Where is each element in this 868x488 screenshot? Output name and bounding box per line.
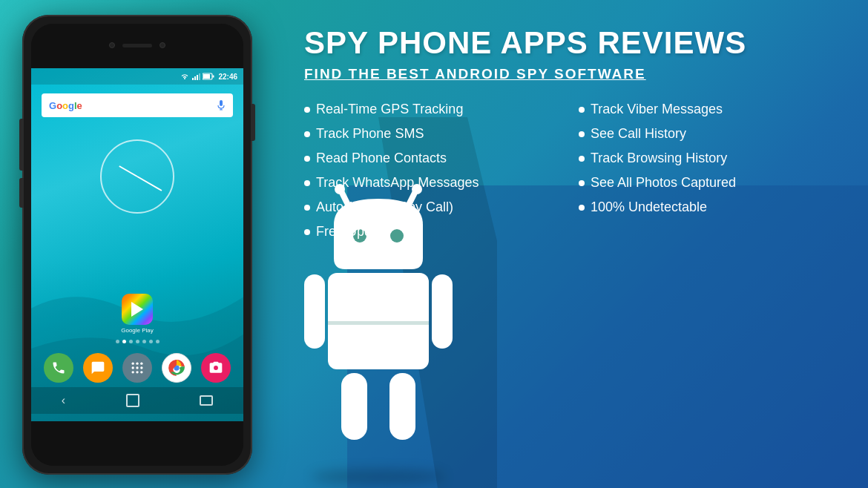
feature-call-history-text: See Call History [591, 126, 686, 142]
page-dot [142, 340, 146, 343]
wifi-icon [180, 73, 189, 80]
svg-point-18 [136, 371, 138, 373]
bullet-icon [304, 205, 310, 211]
feature-call-history: See Call History [579, 122, 838, 146]
apps-icon[interactable] [122, 353, 152, 383]
page-dot [149, 340, 153, 343]
feature-update-text: Free Update [316, 224, 390, 240]
subtitle: FIND THE BEST ANDROID SPY SOFTWARE [304, 66, 838, 82]
dock-row [31, 353, 243, 383]
phone-section: 22:46 Google [0, 0, 289, 488]
camera-app-icon[interactable] [201, 353, 231, 383]
phone-bottom [31, 423, 243, 466]
feature-update: Free Update [304, 220, 564, 244]
battery-icon [203, 73, 214, 80]
svg-point-19 [140, 371, 142, 373]
page-dot [136, 340, 139, 343]
bullet-icon [304, 180, 310, 186]
svg-rect-2 [197, 75, 198, 80]
feature-gps: Real-Time GPS Tracking [304, 97, 564, 122]
phone-icon [51, 360, 66, 375]
feature-browsing: Track Browsing History [579, 146, 838, 171]
svg-point-12 [136, 363, 138, 365]
volume-up-button [19, 119, 24, 171]
bullet-icon [304, 131, 310, 137]
feature-sms-text: Track Phone SMS [316, 126, 424, 142]
bullet-icon [579, 131, 585, 137]
google-search-bar[interactable]: Google [42, 93, 233, 117]
feature-undetectable: 100% Undetectable [579, 195, 838, 220]
play-store-icon [128, 300, 146, 318]
page-dot [116, 340, 119, 343]
svg-rect-0 [192, 78, 194, 80]
status-time: 22:46 [218, 73, 237, 81]
right-section: SPY PHONE APPS REVIEWS FIND THE BEST AND… [289, 0, 868, 488]
svg-point-15 [136, 366, 138, 369]
svg-rect-3 [199, 73, 200, 80]
svg-rect-6 [213, 76, 214, 78]
status-bar: 22:46 [31, 68, 243, 85]
front-camera [109, 42, 115, 48]
features-col-2: Track Viber Messages See Call History Tr… [579, 97, 838, 244]
status-icons: 22:46 [180, 73, 237, 81]
bullet-icon [304, 107, 310, 113]
bullet-icon [579, 205, 585, 211]
main-container: 22:46 Google [0, 0, 868, 488]
page-dot [129, 340, 133, 343]
play-icon-wrapper: Google Play [119, 294, 156, 334]
svg-point-16 [140, 366, 142, 369]
feature-contacts: Read Phone Contacts [304, 146, 564, 171]
chrome-app-icon[interactable] [162, 353, 191, 383]
feature-whatsapp: Track WhatsApp Messages [304, 171, 564, 195]
messages-app-icon[interactable] [83, 353, 113, 383]
sensor [160, 42, 165, 48]
feature-spy-call: Auto Answer (Spy Call) [304, 195, 564, 220]
bullet-icon [579, 180, 585, 186]
features-layout: Real-Time GPS Tracking Track Phone SMS R… [304, 97, 838, 244]
power-button [251, 104, 255, 141]
camera-icon [208, 360, 223, 375]
phone-app-icon[interactable] [44, 353, 73, 383]
chrome-icon [168, 360, 185, 376]
phone-screen-display: 22:46 Google [31, 68, 243, 421]
feature-spy-call-text: Auto Answer (Spy Call) [316, 200, 453, 215]
phone-screen-border: 22:46 Google [31, 24, 243, 466]
main-title: SPY PHONE APPS REVIEWS [304, 26, 838, 60]
feature-contacts-text: Read Phone Contacts [316, 151, 447, 166]
signal-icon [191, 73, 200, 80]
google-play-app[interactable]: Google Play [119, 294, 156, 334]
play-label: Google Play [121, 327, 154, 334]
page-dot-active [122, 340, 126, 343]
microphone-icon [217, 100, 226, 111]
feature-viber: Track Viber Messages [579, 97, 838, 122]
features-col-1: Real-Time GPS Tracking Track Phone SMS R… [304, 97, 564, 244]
play-icon-background [122, 294, 153, 325]
apps-grid-icon [130, 360, 145, 375]
volume-down-button [19, 178, 24, 208]
svg-rect-1 [194, 76, 196, 80]
phone-device: 22:46 Google [22, 15, 252, 475]
back-button[interactable]: ‹ [62, 394, 65, 407]
page-indicators [31, 340, 243, 343]
bullet-icon [579, 107, 585, 113]
page-dot [156, 340, 160, 343]
svg-marker-10 [131, 302, 143, 317]
recents-button[interactable] [200, 395, 213, 406]
svg-point-13 [140, 363, 142, 365]
feature-whatsapp-text: Track WhatsApp Messages [316, 175, 479, 191]
clock-minute-hand [137, 176, 162, 191]
message-icon [91, 360, 105, 375]
svg-point-11 [131, 363, 134, 365]
bullet-icon [304, 156, 310, 162]
navigation-bar: ‹ [31, 387, 243, 414]
feature-gps-text: Real-Time GPS Tracking [316, 102, 463, 117]
speaker [122, 44, 152, 47]
bullet-icon [579, 156, 585, 162]
svg-rect-5 [203, 74, 210, 79]
feature-sms: Track Phone SMS [304, 122, 564, 146]
clock-widget [100, 139, 174, 214]
home-button[interactable] [126, 394, 139, 407]
feature-undetectable-text: 100% Undetectable [591, 200, 707, 215]
svg-point-14 [131, 366, 134, 369]
feature-photos: See All Photos Captured [579, 171, 838, 195]
